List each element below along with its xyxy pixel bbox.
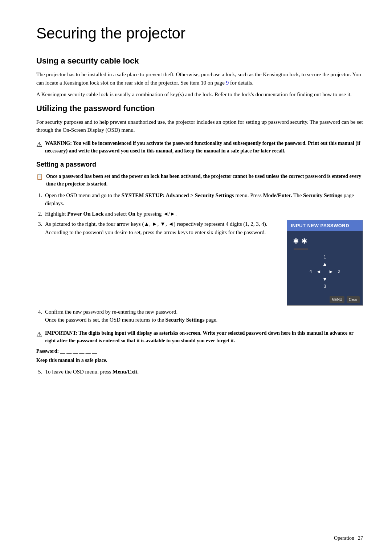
osd-stars: ✱ ✱ xyxy=(293,236,357,246)
osd-num4: 4 xyxy=(306,268,315,275)
section2-heading: Utilizing the password function xyxy=(36,102,363,114)
step3-text-col: As pictured to the right, the four arrow… xyxy=(45,220,278,236)
osd-underline xyxy=(294,249,308,249)
note-text: Once a password has been set and the pow… xyxy=(46,172,363,188)
warning-box: ⚠ WARNING: You will be inconvenienced if… xyxy=(36,139,363,155)
warning-text: WARNING: You will be inconvenienced if y… xyxy=(45,139,363,155)
section1-para1: The projector has to be installed in a s… xyxy=(36,70,363,87)
important-icon: ⚠ xyxy=(36,330,42,339)
osd-clear-btn: Clear xyxy=(347,296,360,303)
footer-operation: Operation xyxy=(334,534,354,542)
osd-keypad: 1 ▲ 4 ◄ ► 2 xyxy=(293,254,357,290)
osd-row-top: 1 xyxy=(320,254,329,260)
section1-para2: A Kensington security cable lock is usua… xyxy=(36,90,363,99)
step4-text: Confirm the new password by re-entering … xyxy=(45,309,177,315)
star2: ✱ xyxy=(301,236,309,246)
step-2: Highlight Power On Lock and select On by… xyxy=(44,210,363,218)
osd-menu-btn: MENU xyxy=(330,296,344,303)
osd-footer: MENU Clear xyxy=(287,295,363,305)
osd-right-arrow: ► xyxy=(327,268,335,276)
osd-up-arrow: ▲ xyxy=(321,260,328,268)
osd-row-down-arrow: ▼ xyxy=(321,276,328,283)
osd-row-bottom: 3 xyxy=(320,283,329,290)
step5-text: To leave the OSD menu, press Menu/Exit. xyxy=(45,369,139,375)
keep-line: Keep this manual in a safe place. xyxy=(36,356,363,364)
osd-body: ✱ ✱ 1 ▲ 4 xyxy=(287,231,363,295)
step-4: Confirm the new password by re-entering … xyxy=(44,308,363,324)
step5-list: To leave the OSD menu, press Menu/Exit. xyxy=(44,368,363,376)
step-3: As pictured to the right, the four arrow… xyxy=(44,220,363,306)
osd-num2: 2 xyxy=(335,268,343,275)
note-icon: 📋 xyxy=(36,173,43,181)
osd-row-up-arrow: ▲ xyxy=(321,260,328,268)
step1-text: Open the OSD menu and go to the SYSTEM S… xyxy=(45,192,354,207)
star1: ✱ xyxy=(293,236,301,246)
step-5: To leave the OSD menu, press Menu/Exit. xyxy=(44,368,363,376)
important-text: IMPORTANT: The digits being input will d… xyxy=(45,329,363,344)
step2-text: Highlight Power On Lock and select On by… xyxy=(45,211,177,217)
warning-icon: ⚠ xyxy=(36,140,42,150)
footer-page-number: 27 xyxy=(358,534,363,542)
password-line: Password: __ __ __ __ __ __ xyxy=(36,347,363,355)
osd-panel: INPUT NEW PASSWORD ✱ ✱ 1 ▲ xyxy=(287,220,363,306)
subsection-heading: Setting a password xyxy=(36,160,363,170)
osd-row-middle: 4 ◄ ► 2 xyxy=(306,268,343,276)
page-title: Securing the projector xyxy=(36,22,363,45)
section2-para1: For security purposes and to help preven… xyxy=(36,118,363,134)
osd-left-arrow: ◄ xyxy=(315,268,322,276)
footer: Operation 27 xyxy=(334,534,363,542)
osd-num3: 3 xyxy=(320,283,329,290)
note-box: 📋 Once a password has been set and the p… xyxy=(36,172,363,188)
steps-list: Open the OSD menu and go to the SYSTEM S… xyxy=(44,191,363,324)
osd-header: INPUT NEW PASSWORD xyxy=(287,220,363,231)
osd-num1: 1 xyxy=(320,254,329,260)
step4-text2: Once the password is set, the OSD menu r… xyxy=(45,317,217,323)
step-1: Open the OSD menu and go to the SYSTEM S… xyxy=(44,191,363,208)
step3-text: As pictured to the right, the four arrow… xyxy=(45,221,268,235)
section1-heading: Using a security cable lock xyxy=(36,55,363,67)
osd-down-arrow: ▼ xyxy=(321,276,328,283)
important-box: ⚠ IMPORTANT: The digits being input will… xyxy=(36,329,363,344)
